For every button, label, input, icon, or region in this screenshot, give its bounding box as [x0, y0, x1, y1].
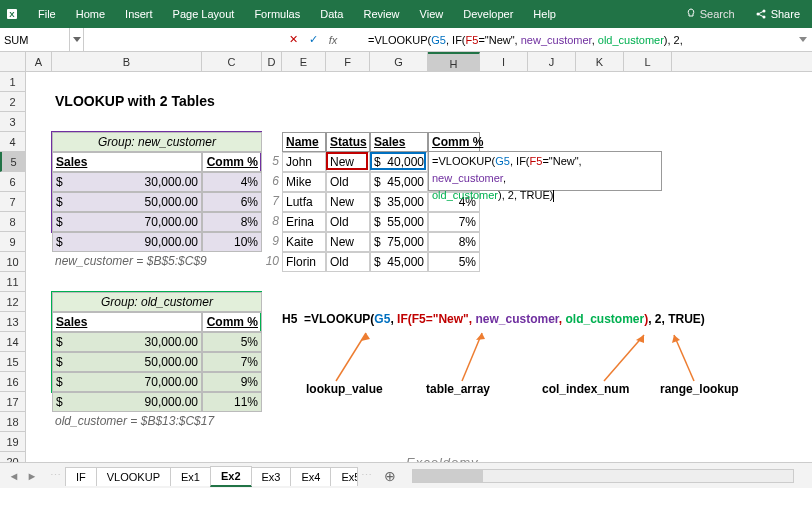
row-num: 9: [262, 232, 282, 252]
name-box[interactable]: SUM: [0, 28, 70, 51]
name-box-dropdown[interactable]: [70, 28, 84, 51]
tab-scroll-right[interactable]: ►: [24, 470, 40, 482]
row-num: 10: [262, 252, 282, 272]
table-cell: New: [326, 232, 370, 252]
row-header-8[interactable]: 8: [0, 212, 25, 232]
group-old-col-comm: Comm %: [202, 312, 262, 332]
tab-home[interactable]: Home: [66, 0, 115, 28]
sheet-tab-ex1[interactable]: Ex1: [170, 467, 211, 486]
tab-view[interactable]: View: [410, 0, 454, 28]
col-header-e[interactable]: E: [282, 52, 326, 71]
tab-insert[interactable]: Insert: [115, 0, 163, 28]
chevron-down-icon: [799, 34, 807, 44]
formula-annotation: H5 =VLOOKUP(G5, IF(F5="New", new_custome…: [282, 312, 705, 326]
sheet-tab-ex2[interactable]: Ex2: [210, 466, 252, 487]
sheet-tab-ex5[interactable]: Ex5: [330, 467, 358, 486]
col-header-g[interactable]: G: [370, 52, 428, 71]
group-new-col-comm: Comm %: [202, 152, 262, 172]
new-sheet-button[interactable]: ⊕: [376, 468, 404, 484]
formula-input[interactable]: =VLOOKUP(G5, IF(F5="New", new_customer, …: [362, 34, 794, 46]
row-header-15[interactable]: 15: [0, 352, 25, 372]
row-num: 6: [262, 172, 282, 192]
col-header-i[interactable]: I: [480, 52, 528, 71]
row-header-7[interactable]: 7: [0, 192, 25, 212]
table-cell: $40,000: [370, 152, 428, 172]
scrollbar-thumb[interactable]: [413, 470, 483, 482]
enter-button[interactable]: ✓: [304, 33, 322, 46]
cell-formula-editor[interactable]: =VLOOKUP(G5, IF(F5="New", new_customer, …: [428, 151, 662, 191]
row-num: 5: [262, 152, 282, 172]
table-cell: 8%: [428, 232, 480, 252]
col-header-f[interactable]: F: [326, 52, 370, 71]
tab-data[interactable]: Data: [310, 0, 353, 28]
table-cell: Florin: [282, 252, 326, 272]
tab-review[interactable]: Review: [353, 0, 409, 28]
formula-expand-button[interactable]: [794, 34, 812, 46]
data-header-sales: Sales: [370, 132, 428, 152]
col-header-k[interactable]: K: [576, 52, 624, 71]
row-header-9[interactable]: 9: [0, 232, 25, 252]
col-header-c[interactable]: C: [202, 52, 262, 71]
row-header-10[interactable]: 10: [0, 252, 25, 272]
group-new-header: Group: new_customer: [52, 132, 262, 152]
chevron-down-icon: [73, 37, 81, 43]
row-header-14[interactable]: 14: [0, 332, 25, 352]
row-header-19[interactable]: 19: [0, 432, 25, 452]
col-header-d[interactable]: D: [262, 52, 282, 71]
sheet-tab-if[interactable]: IF: [65, 467, 97, 486]
table-cell: $50,000.00: [52, 352, 202, 372]
row-header-1[interactable]: 1: [0, 72, 25, 92]
formula-bar: SUM ✕ ✓ fx =VLOOKUP(G5, IF(F5="New", new…: [0, 28, 812, 52]
col-header-a[interactable]: A: [26, 52, 52, 71]
insert-function-button[interactable]: fx: [324, 34, 342, 46]
lightbulb-icon: [685, 8, 697, 20]
row-header-16[interactable]: 16: [0, 372, 25, 392]
tab-help[interactable]: Help: [523, 0, 566, 28]
formula-buttons: ✕ ✓ fx: [264, 33, 362, 46]
row-header-5[interactable]: 5: [0, 152, 25, 172]
group-new-col-sales: Sales: [52, 152, 202, 172]
table-cell: New: [326, 152, 370, 172]
tab-developer[interactable]: Developer: [453, 0, 523, 28]
row-header-13[interactable]: 13: [0, 312, 25, 332]
cells-area[interactable]: VLOOKUP with 2 Tables Group: new_custome…: [26, 72, 812, 472]
table-cell: $70,000.00: [52, 372, 202, 392]
tell-me-search[interactable]: Search: [677, 8, 743, 20]
sheet-tab-ex3[interactable]: Ex3: [251, 467, 292, 486]
col-header-j[interactable]: J: [528, 52, 576, 71]
share-button[interactable]: Share: [743, 8, 812, 20]
tab-scroll-left[interactable]: ◄: [6, 470, 22, 482]
row-header-6[interactable]: 6: [0, 172, 25, 192]
tab-formulas[interactable]: Formulas: [244, 0, 310, 28]
table-cell: Kaite: [282, 232, 326, 252]
row-header-17[interactable]: 17: [0, 392, 25, 412]
table-cell: 4%: [202, 172, 262, 192]
svg-line-6: [759, 15, 763, 17]
horizontal-scrollbar[interactable]: [412, 469, 794, 483]
sheet-tab-vlookup[interactable]: VLOOKUP: [96, 467, 171, 486]
tab-page-layout[interactable]: Page Layout: [163, 0, 245, 28]
table-cell: 7%: [202, 352, 262, 372]
row-header-11[interactable]: 11: [0, 272, 25, 292]
row-num: 8: [262, 212, 282, 232]
page-title: VLOOKUP with 2 Tables: [52, 92, 218, 112]
table-cell: 10%: [202, 232, 262, 252]
row-header-12[interactable]: 12: [0, 292, 25, 312]
row-header-3[interactable]: 3: [0, 112, 25, 132]
table-cell: Old: [326, 172, 370, 192]
ribbon: X File Home Insert Page Layout Formulas …: [0, 0, 812, 28]
cancel-button[interactable]: ✕: [284, 33, 302, 46]
table-cell: $50,000.00: [52, 192, 202, 212]
row-header-4[interactable]: 4: [0, 132, 25, 152]
table-cell: 6%: [202, 192, 262, 212]
tab-file[interactable]: File: [28, 0, 66, 28]
row-header-18[interactable]: 18: [0, 412, 25, 432]
col-header-h[interactable]: H: [428, 52, 480, 71]
row-headers: 1 2 3 4 5 6 7 8 9 10 11 12 13 14 15 16 1…: [0, 72, 26, 472]
select-all-corner[interactable]: [0, 52, 26, 71]
col-header-l[interactable]: L: [624, 52, 672, 71]
row-header-2[interactable]: 2: [0, 92, 25, 112]
sheet-tab-ex4[interactable]: Ex4: [290, 467, 331, 486]
table-cell: Old: [326, 212, 370, 232]
col-header-b[interactable]: B: [52, 52, 202, 71]
